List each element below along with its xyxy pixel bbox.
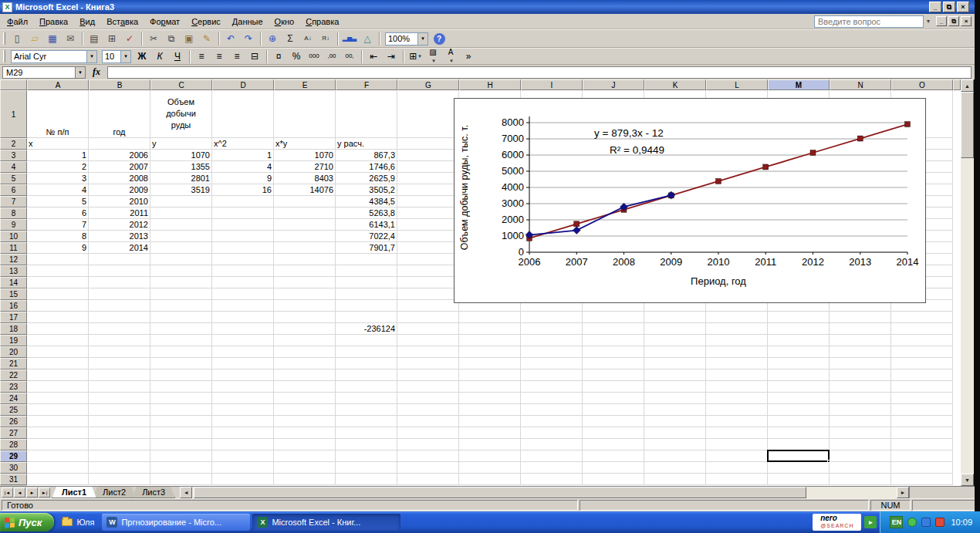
cell-D29[interactable] bbox=[212, 450, 274, 462]
cell-G9[interactable] bbox=[397, 219, 459, 231]
cell-B12[interactable] bbox=[89, 254, 150, 265]
row-header-8[interactable]: 8 bbox=[0, 207, 27, 219]
bold-button[interactable]: Ж bbox=[133, 49, 150, 64]
cell-F28[interactable] bbox=[336, 439, 397, 450]
borders-dropdown-icon[interactable]: ▾ bbox=[418, 53, 421, 59]
row-header-13[interactable]: 13 bbox=[0, 265, 27, 277]
cell-I20[interactable] bbox=[521, 346, 583, 358]
cell-H31[interactable] bbox=[459, 474, 521, 485]
cell-L28[interactable] bbox=[706, 439, 768, 450]
cell-D30[interactable] bbox=[212, 462, 274, 474]
cell-E29[interactable] bbox=[274, 450, 336, 462]
cell-D3[interactable]: 1 bbox=[212, 150, 274, 161]
row-header-28[interactable]: 28 bbox=[0, 439, 27, 450]
cell-C25[interactable] bbox=[150, 404, 212, 416]
cell-D5[interactable]: 9 bbox=[212, 173, 274, 184]
cell-E8[interactable] bbox=[274, 207, 336, 219]
cell-G1[interactable] bbox=[397, 90, 459, 138]
tab-first-button[interactable]: |◄ bbox=[2, 487, 13, 498]
cell-G29[interactable] bbox=[397, 450, 459, 462]
cell-J18[interactable] bbox=[583, 323, 644, 335]
cell-D12[interactable] bbox=[212, 254, 274, 265]
cell-F19[interactable] bbox=[336, 335, 397, 346]
cell-E18[interactable] bbox=[274, 323, 336, 335]
cell-L30[interactable] bbox=[706, 462, 768, 474]
cell-M31[interactable] bbox=[768, 474, 830, 485]
cell-O18[interactable] bbox=[891, 323, 953, 335]
question-box-dropdown-icon[interactable]: ▾ bbox=[924, 18, 933, 25]
cell-C9[interactable] bbox=[150, 219, 212, 231]
cell-E3[interactable]: 1070 bbox=[274, 150, 336, 161]
cell-F18[interactable]: -236124 bbox=[336, 323, 397, 335]
cell-L31[interactable] bbox=[706, 474, 768, 485]
row-header-22[interactable]: 22 bbox=[0, 369, 27, 381]
quick-launch-folder[interactable]: Юля bbox=[54, 518, 102, 527]
cell-D21[interactable] bbox=[212, 358, 274, 369]
menu-item-insert[interactable]: Вставка bbox=[101, 15, 144, 28]
cell-K27[interactable] bbox=[644, 427, 706, 439]
cell-E24[interactable] bbox=[274, 393, 336, 404]
font-name-dropdown-icon[interactable]: ▾ bbox=[86, 51, 96, 62]
cell-D14[interactable] bbox=[212, 277, 274, 288]
cell-K19[interactable] bbox=[644, 335, 706, 346]
copy-button[interactable]: ⧉ bbox=[163, 32, 180, 46]
cell-O25[interactable] bbox=[891, 404, 953, 416]
row-header-14[interactable]: 14 bbox=[0, 277, 27, 288]
cell-I19[interactable] bbox=[521, 335, 583, 346]
cell-C31[interactable] bbox=[150, 474, 212, 485]
cell-O31[interactable] bbox=[891, 474, 953, 485]
cell-D28[interactable] bbox=[212, 439, 274, 450]
cell-E31[interactable] bbox=[274, 474, 336, 485]
cell-E17[interactable] bbox=[274, 312, 336, 323]
cell-F31[interactable] bbox=[336, 474, 397, 485]
cell-C27[interactable] bbox=[150, 427, 212, 439]
cell-D1[interactable] bbox=[212, 90, 274, 138]
close-button[interactable]: × bbox=[957, 2, 969, 12]
cell-I31[interactable] bbox=[521, 474, 583, 485]
align-left-button[interactable]: ≡ bbox=[193, 49, 210, 64]
cell-J25[interactable] bbox=[583, 404, 644, 416]
cell-B17[interactable] bbox=[89, 312, 150, 323]
cell-H24[interactable] bbox=[459, 393, 521, 404]
cell-A17[interactable] bbox=[27, 312, 89, 323]
vertical-scrollbar[interactable]: ▲ ▼ bbox=[961, 79, 974, 486]
cell-G20[interactable] bbox=[397, 346, 459, 358]
cell-K26[interactable] bbox=[644, 416, 706, 427]
cell-E20[interactable] bbox=[274, 346, 336, 358]
cell-F8[interactable]: 5263,8 bbox=[336, 207, 397, 219]
row-header-31[interactable]: 31 bbox=[0, 474, 27, 485]
cell-C29[interactable] bbox=[150, 450, 212, 462]
formula-input[interactable] bbox=[107, 66, 972, 79]
cell-D4[interactable]: 4 bbox=[212, 161, 274, 173]
cell-N21[interactable] bbox=[830, 358, 891, 369]
cell-O21[interactable] bbox=[891, 358, 953, 369]
cell-O24[interactable] bbox=[891, 393, 953, 404]
cell-A12[interactable] bbox=[27, 254, 89, 265]
cell-M23[interactable] bbox=[768, 381, 830, 393]
cell-E5[interactable]: 8403 bbox=[274, 173, 336, 184]
cell-B15[interactable] bbox=[89, 288, 150, 300]
cell-G28[interactable] bbox=[397, 439, 459, 450]
cell-F23[interactable] bbox=[336, 381, 397, 393]
column-header-G[interactable]: G bbox=[397, 79, 459, 90]
row-header-30[interactable]: 30 bbox=[0, 462, 27, 474]
scroll-left-icon[interactable]: ◄ bbox=[180, 487, 192, 498]
row-header-21[interactable]: 21 bbox=[0, 358, 27, 369]
cell-C5[interactable]: 2801 bbox=[150, 173, 212, 184]
cell-G10[interactable] bbox=[397, 231, 459, 242]
cell-I29[interactable] bbox=[521, 450, 583, 462]
cell-B20[interactable] bbox=[89, 346, 150, 358]
cell-D22[interactable] bbox=[212, 369, 274, 381]
spelling-button[interactable]: ✓ bbox=[121, 32, 138, 46]
cell-A3[interactable]: 1 bbox=[27, 150, 89, 161]
cell-O27[interactable] bbox=[891, 427, 953, 439]
cell-A13[interactable] bbox=[27, 265, 89, 277]
column-header-E[interactable]: E bbox=[274, 79, 336, 90]
cell-L18[interactable] bbox=[706, 323, 768, 335]
increase-decimal-button[interactable]: ,00 bbox=[323, 49, 340, 64]
cell-B2[interactable] bbox=[89, 138, 150, 150]
cell-C1[interactable]: Объем добычи руды bbox=[150, 90, 212, 138]
cell-C26[interactable] bbox=[150, 416, 212, 427]
row-header-1[interactable]: 1 bbox=[0, 90, 27, 138]
toolbar-options-button[interactable]: » bbox=[460, 49, 477, 64]
